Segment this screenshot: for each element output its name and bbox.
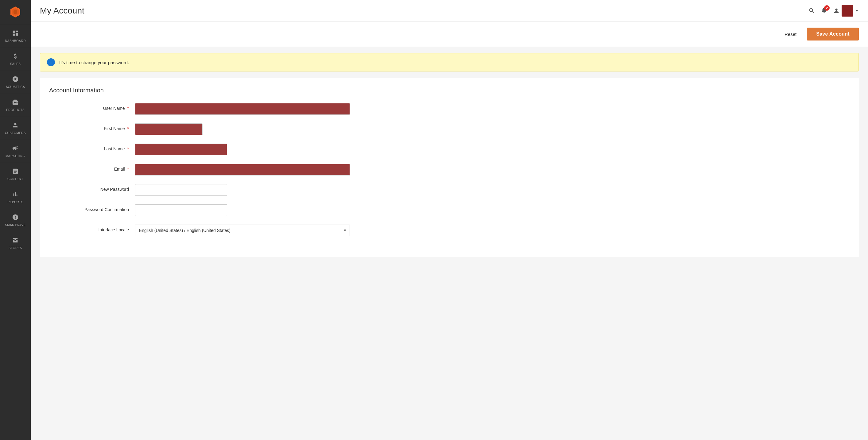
save-account-button[interactable]: Save Account (807, 28, 859, 40)
main-content: My Account 2 ▼ Reset Save Account i (31, 0, 868, 440)
username-input[interactable] (135, 103, 350, 115)
smartwave-icon (12, 214, 19, 221)
dashboard-icon (12, 30, 19, 37)
content-icon (12, 168, 19, 175)
new-password-row: New Password (49, 184, 849, 196)
user-menu[interactable]: ▼ (833, 5, 859, 17)
avatar (842, 5, 853, 17)
lastname-field (135, 144, 350, 155)
firstname-input[interactable] (135, 123, 203, 135)
topbar: My Account 2 ▼ (31, 0, 868, 22)
search-button[interactable] (808, 7, 815, 14)
search-icon (808, 7, 815, 14)
new-password-label: New Password (49, 184, 135, 192)
sidebar-item-customers-label: CUSTOMERS (5, 131, 26, 135)
user-icon (833, 7, 840, 14)
action-bar: Reset Save Account (31, 22, 868, 47)
sidebar-logo[interactable] (0, 0, 31, 24)
interface-locale-field: English (United States) / English (Unite… (135, 225, 350, 236)
interface-locale-select[interactable]: English (United States) / English (Unite… (135, 225, 350, 236)
sidebar-item-sales[interactable]: SALES (0, 47, 31, 70)
password-confirm-label: Password Confirmation (49, 205, 135, 212)
new-password-field (135, 184, 350, 196)
sidebar-item-acumatica[interactable]: ACUMATICA (0, 70, 31, 93)
sidebar-item-sales-label: SALES (10, 62, 21, 66)
reports-icon (12, 191, 19, 198)
sidebar: DASHBOARD SALES ACUMATICA PRODUCTS CUSTO… (0, 0, 31, 440)
acumatica-icon (12, 76, 19, 83)
lastname-row: Last Name * (49, 144, 849, 155)
new-password-input[interactable] (135, 184, 227, 196)
email-row: Email * (49, 164, 849, 176)
username-field (135, 103, 350, 115)
sidebar-item-reports[interactable]: REPORTS (0, 185, 31, 208)
notification-button[interactable]: 2 (821, 7, 828, 15)
sidebar-item-marketing-label: MARKETING (5, 154, 25, 158)
sidebar-item-smartwave-label: SMARTWAVE (5, 223, 26, 227)
username-label: User Name * (49, 103, 135, 111)
sidebar-item-smartwave[interactable]: SMARTWAVE (0, 208, 31, 231)
page-title: My Account (40, 6, 84, 15)
sidebar-item-marketing[interactable]: MARKETING (0, 139, 31, 162)
sidebar-item-products-label: PRODUCTS (6, 108, 25, 112)
content-area: Reset Save Account i It's time to change… (31, 22, 868, 440)
sales-icon (12, 53, 19, 60)
chevron-down-icon: ▼ (855, 9, 859, 13)
sidebar-item-acumatica-label: ACUMATICA (6, 85, 25, 89)
password-confirm-row: Password Confirmation (49, 205, 849, 216)
firstname-row: First Name * (49, 123, 849, 135)
reset-button[interactable]: Reset (779, 29, 802, 40)
required-indicator: * (127, 106, 129, 111)
firstname-label: First Name * (49, 123, 135, 131)
lastname-input[interactable] (135, 144, 227, 155)
sidebar-item-dashboard[interactable]: DASHBOARD (0, 24, 31, 47)
sidebar-item-content-label: CONTENT (7, 177, 23, 181)
stores-icon (12, 237, 19, 244)
sidebar-item-products[interactable]: PRODUCTS (0, 93, 31, 116)
required-indicator: * (127, 167, 129, 171)
required-indicator: * (127, 126, 129, 131)
banner-message: It's time to change your password. (59, 60, 129, 65)
email-input[interactable] (135, 164, 350, 176)
account-information-section: Account Information User Name * First Na… (40, 77, 859, 257)
sidebar-item-content[interactable]: CONTENT (0, 162, 31, 185)
sidebar-item-stores[interactable]: STORES (0, 231, 31, 254)
sidebar-item-reports-label: REPORTS (7, 200, 23, 204)
firstname-field (135, 123, 350, 135)
sidebar-item-dashboard-label: DASHBOARD (5, 39, 26, 43)
notification-badge: 2 (824, 5, 830, 11)
topbar-actions: 2 ▼ (808, 5, 859, 17)
username-row: User Name * (49, 103, 849, 115)
info-icon: i (47, 58, 55, 66)
customers-icon (12, 122, 19, 129)
email-label: Email * (49, 164, 135, 171)
interface-locale-row: Interface Locale English (United States)… (49, 225, 849, 236)
sidebar-item-customers[interactable]: CUSTOMERS (0, 116, 31, 139)
password-confirm-input[interactable] (135, 205, 227, 216)
password-change-banner: i It's time to change your password. (40, 53, 859, 71)
lastname-label: Last Name * (49, 144, 135, 151)
form-section-title: Account Information (49, 87, 849, 94)
interface-locale-label: Interface Locale (49, 225, 135, 232)
sidebar-item-stores-label: STORES (9, 246, 22, 250)
marketing-icon (12, 145, 19, 152)
password-confirm-field (135, 205, 350, 216)
email-field (135, 164, 350, 176)
required-indicator: * (127, 146, 129, 151)
products-icon (12, 99, 19, 106)
